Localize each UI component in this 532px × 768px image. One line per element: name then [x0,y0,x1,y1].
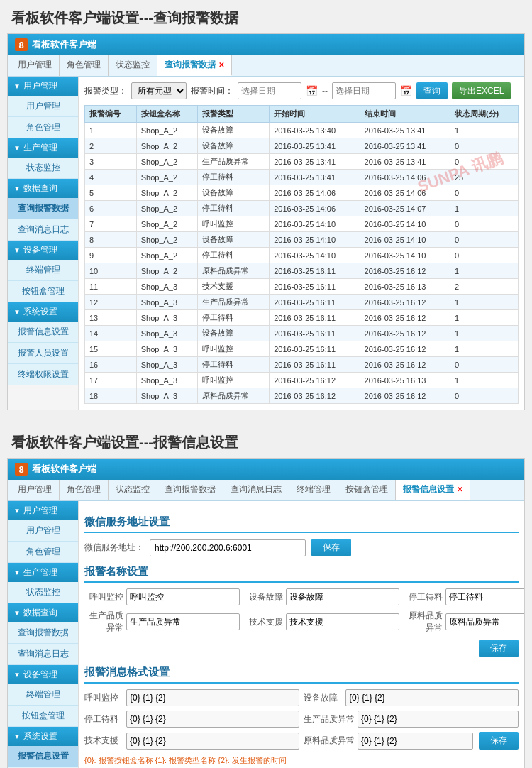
tab-user-2[interactable]: 用户管理 [11,480,60,500]
format-input-2[interactable] [345,689,519,706]
table-cell: 1 [450,341,518,357]
sidebar-item-queryalarm-1[interactable]: 查询报警数据 [8,198,78,219]
sidebar2-section-device[interactable]: ▼ 设备管理 [8,665,78,684]
table-row: 14Shop_A_3设备故障2016-03-25 16:112016-03-25… [85,326,519,341]
tab-close-icon-2[interactable]: ✕ [457,486,462,493]
tab-status-2[interactable]: 状态监控 [109,480,157,500]
table-cell: 2016-03-25 16:12 [270,373,360,388]
alarm-name-input-6[interactable] [445,613,524,630]
sidebar2-section-prod[interactable]: ▼ 生产管理 [8,563,78,582]
table-row: 1Shop_A_2设备故障2016-03-25 13:402016-03-25 … [85,123,519,138]
main-layout-1: ▼ 用户管理 用户管理 角色管理 ▼ 生产管理 状态监控 ▼ 数据查询 查询报警… [8,77,524,410]
tab-status-monitor-1[interactable]: 状态监控 [109,55,157,76]
alarm-name-input-4[interactable] [126,613,240,630]
table-cell: 呼叫监控 [198,373,270,388]
app-title-2: 看板软件客户端 [32,463,96,476]
tab-role-mgmt-1[interactable]: 角色管理 [60,55,109,76]
wechat-input[interactable] [150,539,306,556]
table-cell: 2016-03-25 16:13 [360,373,450,388]
sidebar2-prod-label: 生产管理 [23,566,57,578]
tab-role-2[interactable]: 角色管理 [60,480,109,500]
arrow-icon-3: ▼ [13,185,21,192]
format-input-6[interactable] [358,733,473,750]
page2-title: 看板软件客户端设置---报警信息设置 [0,424,532,458]
sidebar2-item-terminal[interactable]: 终端管理 [8,684,78,706]
table-row: 5Shop_A_2设备故障2016-03-25 14:062016-03-25 … [85,185,519,201]
excel-button-1[interactable]: 导出EXCEL [452,82,511,99]
sidebar-section-prod-1[interactable]: ▼ 生产管理 [8,138,78,158]
alarm-name-input-2[interactable] [286,588,399,605]
arrow2-icon-2: ▼ [13,569,21,576]
app-header-1: 8 看板软件客户端 [8,34,524,55]
sidebar2-item-buttonbox[interactable]: 按钮盒管理 [8,706,78,727]
table-cell: 4 [85,170,137,185]
table-cell: 2016-03-25 14:06 [360,170,450,185]
calendar-icon-1[interactable]: 📅 [306,85,318,97]
app-header-2: 8 看板软件客户端 [8,459,524,480]
sidebar-section-data-1[interactable]: ▼ 数据查询 [8,179,78,198]
arrow2-icon-3: ▼ [13,609,21,617]
tab-close-icon-1[interactable]: ✕ [218,61,224,69]
format-label-3: 停工待料 [84,713,123,725]
sidebar-section-user-1[interactable]: ▼ 用户管理 [8,77,78,96]
table-cell: Shop_A_2 [136,248,198,263]
tab-user-mgmt-1[interactable]: 用户管理 [11,55,60,76]
table-row: 16Shop_A_3停工待料2016-03-25 16:112016-03-25… [85,357,519,373]
format-save-btn[interactable]: 保存 [479,732,519,750]
type-select-1[interactable]: 所有元型 [131,82,187,99]
query-button-1[interactable]: 查询 [416,82,448,99]
table-container-1: SUNPA 讯鹏 报警编号 按钮盒名称 报警类型 开始时间 结束时间 状态周期(… [84,105,519,404]
alarm-name-save-btn[interactable]: 保存 [479,640,519,657]
format-input-1[interactable] [126,689,299,706]
sidebar2-device-label: 设备管理 [23,669,57,681]
sidebar2-item-role[interactable]: 角色管理 [8,542,78,563]
table-cell: 0 [450,138,518,154]
table-cell: 2016-03-25 16:12 [360,388,450,404]
sidebar2-item-queryalarm[interactable]: 查询报警数据 [8,622,78,644]
sidebar-item-user-1[interactable]: 用户管理 [8,96,78,117]
tab-querylog-2[interactable]: 查询消息日志 [223,480,289,500]
table-cell: Shop_A_2 [136,201,198,216]
table-cell: Shop_A_2 [136,138,198,154]
tab-buttonbox-2[interactable]: 按钮盒管理 [338,480,396,500]
sidebar2-section-user[interactable]: ▼ 用户管理 [8,501,78,520]
sidebar-item-buttonbox-1[interactable]: 按钮盒管理 [8,281,78,302]
sidebar2-item-alarminfo[interactable]: 报警信息设置 [8,746,78,767]
sidebar2-item-querylog[interactable]: 查询消息日志 [8,644,78,665]
tab-terminal-2[interactable]: 终端管理 [289,480,338,500]
sidebar-item-alarminfo-1[interactable]: 报警信息设置 [8,322,78,343]
end-date-input-1[interactable] [332,82,396,99]
filter-bar-1: 报警类型： 所有元型 报警时间： 📅 -- 📅 查询 导出EXCEL [84,82,519,99]
col-header-end: 结束时间 [360,106,450,123]
sidebar2-section-sys[interactable]: ▼ 系统设置 [8,727,78,746]
tab-query-alarm-1[interactable]: 查询报警数据✕ [157,55,232,76]
tab-alarminfo-2[interactable]: 报警信息设置✕ [396,480,470,500]
format-input-4[interactable] [358,711,519,728]
format-input-3[interactable] [126,711,299,728]
sidebar-item-alarmperson-1[interactable]: 报警人员设置 [8,343,78,364]
wechat-save-btn[interactable]: 保存 [311,539,351,556]
sidebar-item-terminal-1[interactable]: 终端管理 [8,260,78,281]
alarm-name-input-1[interactable] [126,588,240,605]
sidebar-section-sys-1[interactable]: ▼ 系统设置 [8,302,78,322]
sidebar-item-role-1[interactable]: 角色管理 [8,117,78,138]
alarm-name-input-3[interactable] [445,588,524,605]
alarm-name-item-6: 原料品质异常 [404,610,524,634]
table-cell: 12 [85,295,137,310]
tab-queryalarm-2[interactable]: 查询报警数据 [157,480,223,500]
sidebar-section-device-1[interactable]: ▼ 设备管理 [8,241,78,260]
sidebar-item-permission-1[interactable]: 终端权限设置 [8,364,78,385]
sidebar-item-status-1[interactable]: 状态监控 [8,158,78,179]
sidebar2-item-user[interactable]: 用户管理 [8,520,78,542]
table-cell: 生产品质异常 [198,154,270,170]
sidebar2-item-status[interactable]: 状态监控 [8,582,78,603]
sidebar-item-querylog-1[interactable]: 查询消息日志 [8,219,78,241]
alarm-name-input-5[interactable] [286,613,399,630]
table-cell: 停工待料 [198,201,270,216]
calendar-icon-2[interactable]: 📅 [400,85,412,97]
start-date-input-1[interactable] [238,82,301,99]
format-input-5[interactable] [126,733,299,750]
table-cell: 原料品质异常 [198,263,270,279]
table-cell: 2016-03-25 13:40 [270,123,360,138]
sidebar2-section-data[interactable]: ▼ 数据查询 [8,603,78,622]
